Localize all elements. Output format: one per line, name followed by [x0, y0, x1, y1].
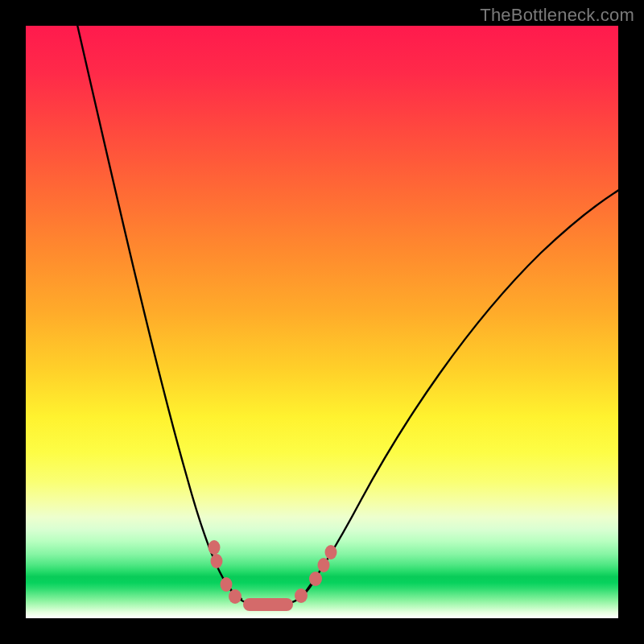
data-marker [295, 588, 308, 603]
watermark-text: TheBottleneck.com [480, 5, 634, 26]
curve-right [301, 188, 618, 597]
data-marker [309, 572, 322, 586]
curve-left [76, 26, 242, 599]
outer-frame: TheBottleneck.com [0, 0, 644, 644]
data-marker [325, 545, 337, 559]
data-marker [243, 598, 293, 611]
curve-layer [26, 26, 618, 618]
marker-group [208, 540, 337, 611]
plot-area [26, 26, 618, 618]
curve-group [76, 26, 618, 606]
data-marker [318, 558, 330, 572]
data-marker [221, 577, 233, 592]
data-marker [229, 589, 242, 604]
data-marker [208, 540, 221, 555]
data-marker [211, 554, 223, 568]
